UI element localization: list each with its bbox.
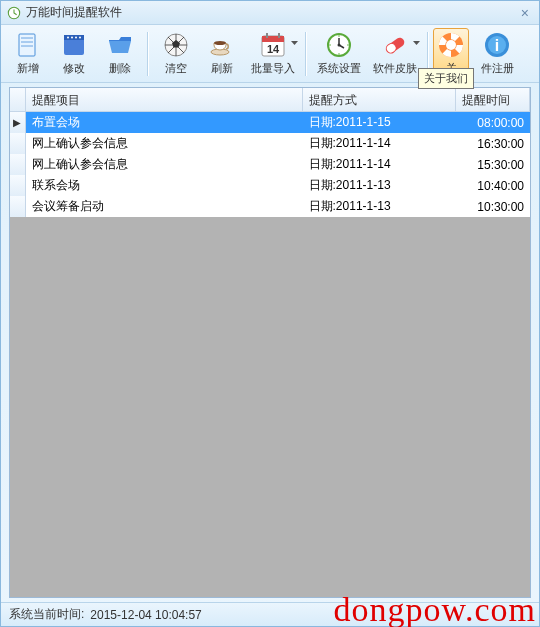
cell-time: 10:30:00 [456, 198, 530, 216]
refresh-button[interactable]: 刷新 [199, 28, 245, 80]
tooltip: 关于我们 [418, 68, 474, 89]
edit-button[interactable]: 修改 [51, 28, 97, 80]
app-window: 万能时间提醒软件 × 新增 修改 删除 清空 刷新 14 批量导入 [0, 0, 540, 627]
svg-rect-15 [278, 33, 280, 38]
table-row[interactable]: 联系会场日期:2011-1-1310:40:00 [10, 175, 530, 196]
cell-method: 日期:2011-1-13 [303, 196, 456, 217]
delete-button[interactable]: 删除 [97, 28, 143, 80]
svg-point-7 [79, 37, 81, 39]
clock-icon [325, 31, 353, 59]
close-button[interactable]: × [517, 5, 533, 21]
svg-point-20 [347, 44, 349, 46]
svg-point-5 [71, 37, 73, 39]
cell-time: 15:30:00 [456, 156, 530, 174]
table-row[interactable]: ▶布置会场日期:2011-1-1508:00:00 [10, 112, 530, 133]
skin-button[interactable]: 软件皮肤 [367, 28, 423, 80]
cell-item: 网上确认参会信息 [26, 154, 303, 175]
window-title: 万能时间提醒软件 [26, 4, 517, 21]
titlebar: 万能时间提醒软件 × [1, 1, 539, 25]
svg-point-6 [75, 37, 77, 39]
new-button[interactable]: 新增 [5, 28, 51, 80]
settings-button[interactable]: 系统设置 [311, 28, 367, 80]
svg-rect-13 [262, 36, 284, 42]
separator [305, 32, 307, 76]
cell-time: 10:40:00 [456, 177, 530, 195]
separator [147, 32, 149, 76]
row-marker[interactable]: ▶ [10, 112, 26, 133]
cell-item: 网上确认参会信息 [26, 133, 303, 154]
row-marker[interactable] [10, 196, 26, 217]
svg-text:i: i [495, 37, 499, 54]
svg-point-22 [329, 44, 331, 46]
lifebuoy-icon [437, 31, 465, 59]
cell-item: 联系会场 [26, 175, 303, 196]
cell-time: 08:00:00 [456, 114, 530, 132]
batch-import-button[interactable]: 14 批量导入 [245, 28, 301, 80]
row-marker[interactable] [10, 175, 26, 196]
row-marker[interactable] [10, 133, 26, 154]
table-row[interactable]: 会议筹备启动日期:2011-1-1310:30:00 [10, 196, 530, 217]
row-selector-header[interactable] [10, 88, 26, 111]
svg-text:14: 14 [267, 43, 280, 55]
register-button[interactable]: i 件注册 [469, 28, 525, 80]
svg-point-11 [214, 41, 226, 45]
cell-method: 日期:2011-1-15 [303, 112, 456, 133]
statusbar: 系统当前时间: 2015-12-04 10:04:57 [1, 602, 539, 626]
cell-method: 日期:2011-1-13 [303, 175, 456, 196]
table-row[interactable]: 网上确认参会信息日期:2011-1-1416:30:00 [10, 133, 530, 154]
cell-time: 16:30:00 [456, 135, 530, 153]
svg-rect-1 [19, 34, 35, 56]
folder-open-icon [106, 31, 134, 59]
info-icon: i [483, 31, 511, 59]
grid-body: ▶布置会场日期:2011-1-1508:00:00网上确认参会信息日期:2011… [10, 112, 530, 217]
col-item[interactable]: 提醒项目 [26, 88, 303, 111]
status-label: 系统当前时间: [9, 606, 84, 623]
edit-icon [60, 31, 88, 59]
cell-method: 日期:2011-1-14 [303, 154, 456, 175]
cell-item: 会议筹备启动 [26, 196, 303, 217]
row-marker[interactable] [10, 154, 26, 175]
calendar-icon: 14 [259, 31, 287, 59]
clear-button[interactable]: 清空 [153, 28, 199, 80]
table-row[interactable]: 网上确认参会信息日期:2011-1-1415:30:00 [10, 154, 530, 175]
status-time: 2015-12-04 10:04:57 [90, 608, 201, 622]
grid-header: 提醒项目 提醒方式 提醒时间 [10, 88, 530, 112]
col-time[interactable]: 提醒时间 [456, 88, 530, 111]
cell-item: 布置会场 [26, 112, 303, 133]
svg-point-4 [67, 37, 69, 39]
grid[interactable]: 提醒项目 提醒方式 提醒时间 ▶布置会场日期:2011-1-1508:00:00… [9, 87, 531, 598]
new-icon [14, 31, 42, 59]
svg-point-19 [338, 35, 340, 37]
pill-icon [381, 31, 409, 59]
ball-icon [162, 31, 190, 59]
app-icon [7, 6, 21, 20]
coffee-icon [208, 31, 236, 59]
svg-rect-14 [266, 33, 268, 38]
cell-method: 日期:2011-1-14 [303, 133, 456, 154]
col-method[interactable]: 提醒方式 [303, 88, 456, 111]
svg-point-21 [338, 53, 340, 55]
svg-point-26 [446, 40, 456, 50]
